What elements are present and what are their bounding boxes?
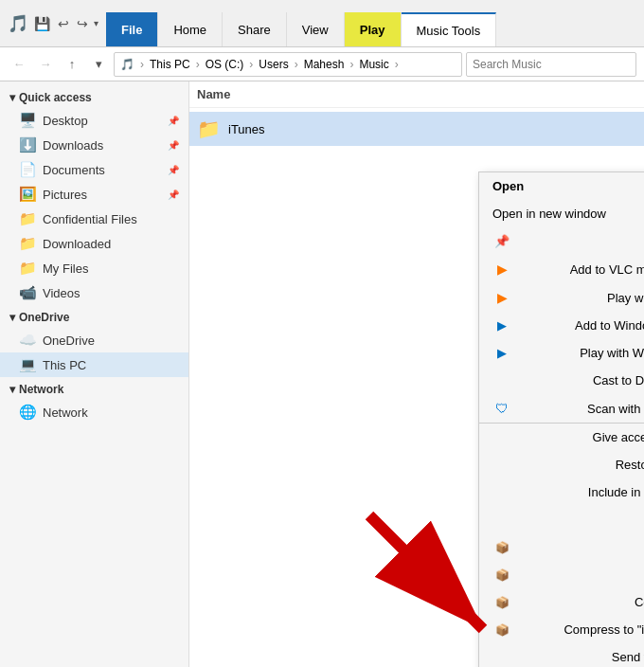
sidebar: ▾ Quick access 🖥️ Desktop 📌 ⬇️ Downloads… [0, 81, 189, 667]
desktop-icon: 🖥️ [19, 112, 37, 129]
sidebar-item-myfiles[interactable]: 📁 My Files [0, 256, 188, 280]
network-label: Network [19, 383, 63, 396]
ctx-add-vlc-playlist[interactable]: ▶ Add to VLC media player's Playlist [479, 255, 644, 283]
sidebar-section-quick-access: ▾ Quick access [0, 85, 188, 108]
winrar-icon-3: 📦 [492, 596, 511, 609]
sidebar-item-videos[interactable]: 📹 Videos [0, 280, 188, 305]
save-quick-icon[interactable]: 💾 [32, 14, 52, 33]
app-icon: 🎵 [8, 13, 28, 34]
tab-file[interactable]: File [106, 12, 158, 46]
network-item-label: Network [43, 406, 88, 420]
sidebar-item-downloaded[interactable]: 📁 Downloaded [0, 231, 188, 256]
tab-play[interactable]: Play [345, 12, 402, 46]
itunes-label: iTunes [228, 122, 265, 136]
tab-share[interactable]: Share [223, 12, 287, 46]
myfiles-label: My Files [43, 261, 88, 276]
confidential-label: Confidential Files [43, 212, 137, 226]
ctx-vlc-playlist-label: Add to VLC media player's Playlist [570, 262, 644, 277]
ctx-open[interactable]: Open [479, 172, 644, 200]
downloaded-icon: 📁 [19, 235, 37, 252]
ctx-pin-quick-access[interactable]: 📌 Pin to Quick access [479, 227, 644, 255]
path-sep-4: › [349, 58, 353, 71]
ctx-restore-versions[interactable]: Restore previous versions [479, 451, 644, 478]
ctx-wmp-list-label: Add to Windows Media Player list [575, 318, 644, 333]
title-bar: 🎵 💾 ↩ ↪ ▾ File Home Share View Play Musi… [0, 0, 644, 47]
path-mahesh[interactable]: Mahesh [304, 58, 345, 71]
winrar-icon-2: 📦 [492, 568, 511, 582]
path-thispc[interactable]: This PC [150, 58, 190, 71]
ctx-add-itunes-rar[interactable]: 📦 Add to "iTunes.rar" [479, 561, 644, 588]
undo-quick-icon[interactable]: ↩ [56, 14, 71, 33]
sidebar-item-network[interactable]: 🌐 Network [0, 400, 188, 424]
pin-icon: 📌 [492, 234, 511, 248]
ctx-pin-start[interactable]: Pin to Start [479, 506, 644, 533]
thispc-label: This PC [43, 358, 86, 372]
back-button[interactable]: ← [8, 53, 30, 76]
ctx-send-to-label: Send to [612, 650, 644, 664]
tab-music-tools[interactable]: Music Tools [402, 12, 497, 46]
ctx-open-new-window[interactable]: Open in new window [479, 200, 644, 227]
ctx-compress-email-label: Compress and email... [635, 595, 644, 609]
sidebar-item-pictures[interactable]: 🖼️ Pictures 📌 [0, 182, 188, 207]
defender-icon: 🛡 [492, 401, 511, 416]
documents-icon: 📄 [19, 161, 37, 178]
sidebar-item-confidential[interactable]: 📁 Confidential Files [0, 207, 188, 231]
ctx-cast-label: Cast to Device [593, 373, 644, 388]
pictures-icon: 🖼️ [19, 186, 37, 203]
path-music[interactable]: Music [359, 58, 388, 71]
pin-icon-downloads: 📌 [168, 140, 179, 151]
ctx-send-to[interactable]: Send to › [479, 643, 644, 667]
content-header: Name [189, 81, 644, 108]
sidebar-item-thispc[interactable]: 💻 This PC [0, 352, 188, 377]
ctx-scan-defender[interactable]: 🛡 Scan with Windows Defender... [479, 394, 644, 424]
confidential-icon: 📁 [19, 210, 37, 227]
ctx-give-access[interactable]: Give access to › [479, 424, 644, 451]
wmp-icon-1: ▶ [492, 318, 511, 333]
file-item-itunes[interactable]: 📁 iTunes [189, 112, 644, 146]
tab-view[interactable]: View [287, 12, 345, 46]
redo-quick-icon[interactable]: ↪ [75, 14, 90, 33]
search-input[interactable] [466, 52, 636, 77]
quick-access-dropdown[interactable]: ▾ [94, 18, 98, 28]
ctx-cast-device[interactable]: Cast to Device › [479, 367, 644, 394]
ctx-compress-email[interactable]: 📦 Compress and email... [479, 588, 644, 616]
path-sep-3: › [295, 58, 298, 71]
sidebar-item-desktop[interactable]: 🖥️ Desktop 📌 [0, 108, 188, 133]
thispc-icon: 💻 [19, 356, 37, 373]
path-sep-0: › [140, 58, 144, 71]
ctx-open-label: Open [492, 179, 524, 193]
myfiles-icon: 📁 [19, 260, 37, 277]
path-users[interactable]: Users [259, 58, 288, 71]
ctx-compress-itunes-email[interactable]: 📦 Compress to "iTunes.rar" and email [479, 616, 644, 643]
quick-access-toolbar: 🎵 💾 ↩ ↪ ▾ [0, 0, 106, 46]
up-button[interactable]: ↑ [61, 53, 83, 76]
sidebar-item-documents[interactable]: 📄 Documents 📌 [0, 157, 188, 182]
onedrive-item-label: OneDrive [43, 334, 95, 348]
onedrive-icon: ☁️ [19, 332, 37, 349]
recent-locations-button[interactable]: ▾ [87, 53, 110, 76]
column-name-header: Name [197, 87, 230, 101]
ctx-add-wmp-list[interactable]: ▶ Add to Windows Media Player list [479, 312, 644, 339]
path-icon: 🎵 [120, 58, 134, 71]
path-osc[interactable]: OS (C:) [206, 58, 244, 71]
network-arrow: ▾ [9, 383, 15, 396]
sidebar-section-onedrive: ▾ OneDrive [0, 305, 188, 328]
ctx-include-library[interactable]: Include in library › [479, 478, 644, 506]
address-path[interactable]: 🎵 › This PC › OS (C:) › Users › Mahesh ›… [114, 52, 462, 77]
itunes-folder-icon: 📁 [197, 117, 221, 140]
ctx-play-wmp[interactable]: ▶ Play with Windows Media Player [479, 339, 644, 367]
videos-icon: 📹 [19, 284, 37, 301]
ctx-play-vlc[interactable]: ▶ Play with VLC media player [479, 283, 644, 312]
context-menu: Open Open in new window 📌 Pin to Quick a… [478, 171, 644, 667]
main-layout: ▾ Quick access 🖥️ Desktop 📌 ⬇️ Downloads… [0, 81, 644, 667]
pictures-label: Pictures [43, 188, 87, 202]
forward-button[interactable]: → [34, 53, 57, 76]
tab-home[interactable]: Home [158, 12, 223, 46]
winrar-icon-4: 📦 [492, 623, 511, 637]
ctx-add-archive[interactable]: 📦 Add to archive... [479, 533, 644, 561]
downloads-icon: ⬇️ [19, 136, 37, 153]
sidebar-item-downloads[interactable]: ⬇️ Downloads 📌 [0, 133, 188, 157]
downloads-label: Downloads [43, 138, 103, 153]
sidebar-item-onedrive[interactable]: ☁️ OneDrive [0, 328, 188, 352]
documents-label: Documents [43, 163, 105, 177]
